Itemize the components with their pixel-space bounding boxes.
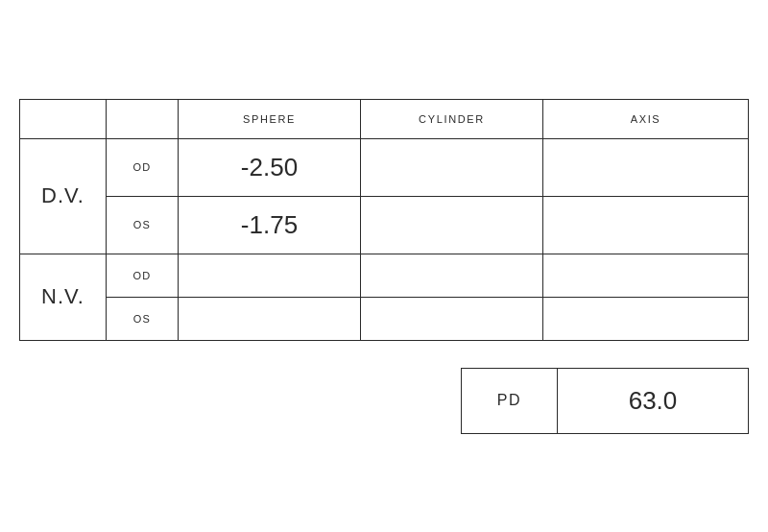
dv-os-axis	[543, 196, 749, 254]
dv-od-row: D.V. OD -2.50	[20, 138, 749, 196]
pd-value: 63.0	[558, 368, 749, 433]
header-col2-empty	[107, 99, 179, 138]
nv-os-sublabel: OS	[107, 297, 179, 340]
header-cylinder: CYLINDER	[361, 99, 543, 138]
dv-os-cylinder	[361, 196, 543, 254]
header-sphere: SPHERE	[179, 99, 361, 138]
pd-table: PD 63.0	[461, 368, 749, 434]
nv-label: N.V.	[20, 254, 107, 340]
nv-os-row: OS	[20, 297, 749, 340]
dv-od-cylinder	[361, 138, 543, 196]
nv-os-axis	[543, 297, 749, 340]
dv-os-sphere: -1.75	[179, 196, 361, 254]
prescription-table: SPHERE CYLINDER AXIS D.V. OD -2.50 OS -1…	[19, 99, 749, 341]
dv-label: D.V.	[20, 138, 107, 254]
nv-od-sphere	[179, 254, 361, 297]
header-axis: AXIS	[543, 99, 749, 138]
pd-row: PD 63.0	[462, 368, 749, 433]
page-wrapper: SPHERE CYLINDER AXIS D.V. OD -2.50 OS -1…	[19, 99, 749, 434]
nv-od-sublabel: OD	[107, 254, 179, 297]
dv-os-row: OS -1.75	[20, 196, 749, 254]
nv-os-sphere	[179, 297, 361, 340]
header-col1-empty	[20, 99, 107, 138]
nv-od-axis	[543, 254, 749, 297]
dv-od-sphere: -2.50	[179, 138, 361, 196]
nv-od-row: N.V. OD	[20, 254, 749, 297]
pd-label: PD	[462, 368, 558, 433]
header-row: SPHERE CYLINDER AXIS	[20, 99, 749, 138]
dv-od-axis	[543, 138, 749, 196]
nv-od-cylinder	[361, 254, 543, 297]
dv-od-sublabel: OD	[107, 138, 179, 196]
dv-os-sublabel: OS	[107, 196, 179, 254]
nv-os-cylinder	[361, 297, 543, 340]
